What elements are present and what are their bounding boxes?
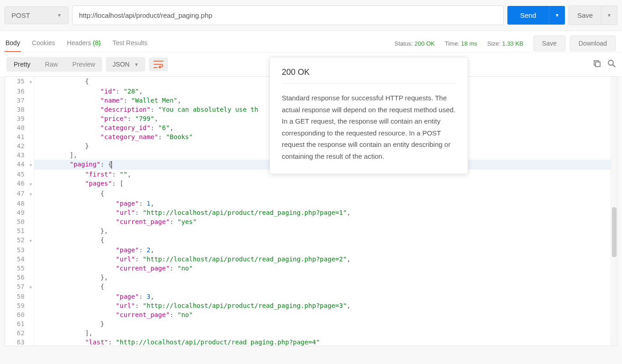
view-preview[interactable]: Preview [65, 57, 103, 72]
send-button[interactable]: Send [507, 6, 549, 25]
response-tabs: Body Cookies Headers (8) Test Results [5, 35, 148, 52]
status-tooltip: 200 OK Standard response for successful … [269, 57, 468, 174]
save-response-button[interactable]: Save [533, 36, 565, 51]
tooltip-title: 200 OK [282, 68, 456, 84]
status-value: 200 OK [415, 40, 435, 47]
save-dropdown-button[interactable]: ▼ [601, 5, 617, 25]
status-label: Status: [395, 40, 413, 47]
send-dropdown-button[interactable]: ▼ [549, 6, 565, 25]
view-right [593, 59, 616, 70]
tab-test-results[interactable]: Test Results [111, 35, 148, 52]
request-bar: POST ▼ Send ▼ Save ▼ [0, 0, 622, 31]
tab-headers-label: Headers [67, 39, 91, 47]
size-label: Size: [487, 40, 501, 47]
scrollbar-thumb[interactable] [612, 207, 617, 257]
svg-point-2 [608, 60, 613, 65]
save-button-group: Save ▼ [569, 5, 617, 25]
response-header: Body Cookies Headers (8) Test Results St… [0, 31, 622, 52]
http-method-dropdown[interactable]: POST ▼ [5, 6, 69, 24]
tooltip-body: Standard response for successful HTTP re… [282, 92, 456, 162]
download-response-button[interactable]: Download [570, 36, 616, 51]
wrap-lines-icon [153, 60, 163, 68]
status-group[interactable]: Status: 200 OK [395, 40, 435, 47]
time-group: Time: 18 ms [445, 40, 477, 47]
chevron-down-icon: ▼ [607, 13, 611, 18]
svg-line-3 [613, 65, 615, 67]
chevron-down-icon: ▼ [57, 13, 62, 18]
scrollbar[interactable] [611, 77, 617, 346]
view-raw[interactable]: Raw [38, 57, 65, 72]
save-button[interactable]: Save [569, 5, 601, 25]
send-button-group: Send ▼ [507, 6, 565, 25]
tab-headers[interactable]: Headers (8) [66, 35, 102, 52]
time-label: Time: [445, 40, 459, 47]
wrap-lines-button[interactable] [149, 57, 168, 71]
size-value: 1.33 KB [502, 40, 523, 47]
size-group: Size: 1.33 KB [487, 40, 523, 47]
copy-icon[interactable] [593, 59, 601, 70]
view-mode-segment: Pretty Raw Preview [6, 57, 102, 72]
format-label: JSON [112, 61, 129, 68]
svg-rect-1 [596, 62, 600, 67]
chevron-down-icon: ▼ [555, 13, 559, 18]
view-pretty[interactable]: Pretty [6, 57, 38, 72]
chevron-down-icon: ▼ [134, 62, 139, 67]
tab-body[interactable]: Body [5, 35, 21, 52]
http-method-label: POST [11, 11, 30, 19]
response-actions: Save Download [533, 36, 616, 51]
format-dropdown[interactable]: JSON ▼ [106, 57, 145, 72]
tab-cookies[interactable]: Cookies [31, 35, 56, 52]
time-value: 18 ms [461, 40, 477, 47]
tab-headers-count: (8) [93, 39, 100, 47]
search-icon[interactable] [607, 59, 616, 70]
view-left: Pretty Raw Preview JSON ▼ [6, 57, 168, 72]
url-input[interactable] [72, 5, 504, 25]
response-meta: Status: 200 OK Time: 18 ms Size: 1.33 KB… [395, 36, 616, 51]
